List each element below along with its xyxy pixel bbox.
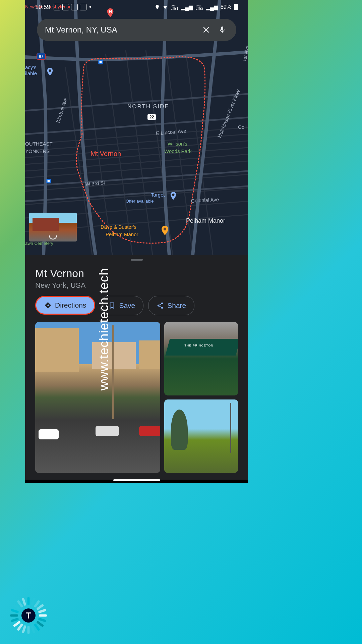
watermark-text: www.techietech.tech <box>97 268 111 390</box>
wifi-icon <box>163 4 168 10</box>
svg-point-9 <box>158 305 160 307</box>
android-navbar[interactable] <box>25 480 248 483</box>
logo-ray <box>22 625 26 633</box>
signal-icon-1: ▂▄▆ <box>181 4 193 10</box>
route-shield-22: 22 <box>147 114 156 120</box>
place-title: Mt Vernon <box>25 265 248 280</box>
logo-letter: T <box>21 608 36 623</box>
poi-marker-dave-busters[interactable] <box>159 225 171 236</box>
svg-point-10 <box>161 307 163 309</box>
close-icon <box>202 25 210 34</box>
logo-ray <box>38 609 46 613</box>
page-background: H 87 22 NewYork-Presbyterian acy's ilabl… <box>0 0 362 644</box>
photo-building-name: THE PRINCETON <box>184 344 213 347</box>
poi-marker-transit-1[interactable] <box>97 59 104 65</box>
svg-point-8 <box>161 303 163 305</box>
logo-ray <box>27 597 30 605</box>
poi-marker-macys[interactable] <box>45 67 55 76</box>
battery-percent: 89% <box>221 4 231 10</box>
photo-grid: THE PRINCETON <box>25 322 248 473</box>
logo-ray <box>11 609 19 613</box>
svg-point-1 <box>172 194 175 196</box>
svg-point-2 <box>164 228 167 231</box>
voice-search-button[interactable] <box>216 24 228 36</box>
status-time: 10:59 <box>35 4 50 11</box>
status-bar: 10:59 • Vo))LTE1 ▂▄▆ Vo))LTE2 ▂▄▆ 89% <box>25 0 248 14</box>
logo-ray <box>39 614 47 617</box>
share-button[interactable]: Share <box>148 296 194 315</box>
sim1-label: Vo))LTE1 <box>171 4 178 10</box>
phone-frame: H 87 22 NewYork-Presbyterian acy's ilabl… <box>25 0 248 483</box>
poi-marker-transit-2[interactable] <box>45 178 52 184</box>
svg-rect-6 <box>48 180 50 182</box>
search-query[interactable]: Mt Vernon, NY, USA <box>45 25 200 35</box>
poi-marker-target[interactable] <box>169 191 178 201</box>
svg-rect-4 <box>100 61 102 63</box>
save-label: Save <box>119 302 135 310</box>
directions-icon <box>44 302 52 309</box>
directions-button[interactable]: Directions <box>35 296 95 315</box>
share-label: Share <box>167 302 186 310</box>
directions-label: Directions <box>55 301 86 309</box>
microphone-icon <box>218 26 226 34</box>
logo-ray <box>27 626 30 634</box>
place-subtitle: New York, USA <box>25 280 248 296</box>
sim2-label: Vo))LTE2 <box>195 4 203 10</box>
action-row: Directions Save Share <box>25 296 248 322</box>
sheet-handle[interactable] <box>131 259 143 261</box>
status-notification-icons <box>54 4 86 10</box>
clear-search-button[interactable] <box>200 24 212 36</box>
place-photo-3[interactable] <box>164 399 238 473</box>
location-icon <box>155 4 160 10</box>
search-bar[interactable]: Mt Vernon, NY, USA <box>37 19 236 41</box>
svg-point-0 <box>49 69 51 72</box>
place-photo-2[interactable]: THE PRINCETON <box>164 322 238 395</box>
route-shield-87: 87 <box>37 53 46 60</box>
streetview-thumbnail[interactable] <box>29 213 77 241</box>
logo-ray <box>10 614 18 617</box>
signal-icon-2: ▂▄▆ <box>206 4 218 10</box>
logo-ray <box>22 598 26 606</box>
place-bottom-sheet[interactable]: Mt Vernon New York, USA Directions Save … <box>25 255 248 483</box>
share-icon <box>157 302 164 309</box>
battery-icon <box>234 4 238 10</box>
site-logo: T // draw rays later via JS loop appende… <box>10 597 47 634</box>
